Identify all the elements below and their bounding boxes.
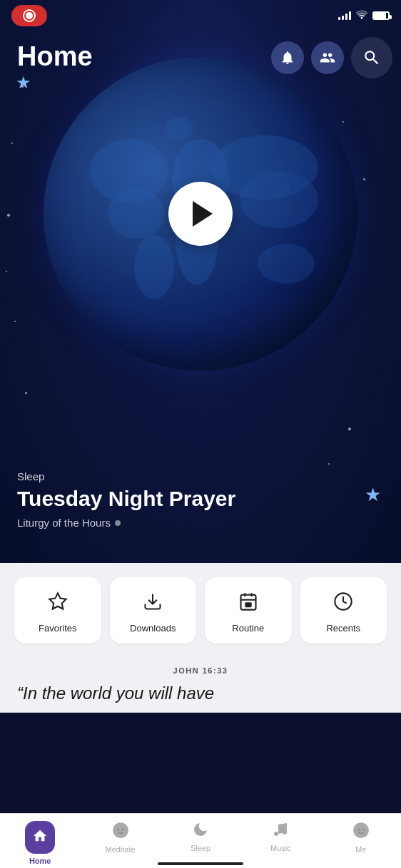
verse-reference: JOHN 16:33	[17, 666, 384, 675]
title-star-icon: ★	[16, 73, 31, 93]
status-bar	[0, 0, 401, 31]
home-icon	[25, 821, 55, 854]
record-button[interactable]	[11, 5, 47, 26]
quick-access-section: Favorites Downloads Routine	[0, 563, 401, 652]
svg-point-18	[117, 829, 119, 831]
nav-sleep-label: Sleep	[191, 844, 210, 852]
recents-icon	[333, 591, 353, 614]
nav-music[interactable]: Music	[259, 821, 302, 852]
status-right	[338, 9, 390, 22]
nav-me[interactable]: Me	[340, 821, 382, 854]
downloads-label: Downloads	[130, 623, 176, 634]
svg-point-17	[113, 822, 128, 838]
signal-bars-icon	[338, 11, 351, 20]
svg-point-19	[122, 829, 124, 831]
svg-point-5	[108, 189, 165, 239]
hero-section: Home ★	[0, 0, 401, 563]
svg-point-24	[362, 829, 365, 831]
wifi-icon	[355, 9, 368, 22]
svg-point-21	[283, 830, 287, 835]
globe-visual	[44, 57, 357, 371]
svg-point-20	[274, 832, 278, 836]
nav-home[interactable]: Home	[19, 821, 61, 865]
dot-indicator	[115, 520, 121, 526]
group-button[interactable]	[311, 41, 344, 74]
svg-marker-9	[49, 593, 66, 609]
downloads-button[interactable]: Downloads	[110, 577, 197, 644]
bottom-navigation: Home Meditate Sleep Music	[0, 813, 401, 868]
status-left	[11, 5, 47, 26]
recents-button[interactable]: Recents	[300, 577, 387, 644]
battery-icon	[372, 11, 390, 20]
recents-label: Recents	[326, 623, 360, 634]
favorites-button[interactable]: Favorites	[14, 577, 101, 644]
content-category: Sleep	[17, 470, 235, 482]
meditate-icon	[111, 821, 130, 842]
nav-sleep[interactable]: Sleep	[179, 821, 222, 852]
content-title: Tuesday Night Prayer	[17, 487, 235, 511]
search-button[interactable]	[351, 37, 392, 78]
music-icon	[272, 821, 289, 841]
header-icons	[271, 37, 392, 78]
svg-point-8	[165, 117, 193, 140]
downloads-icon	[143, 591, 163, 614]
notification-button[interactable]	[271, 41, 304, 74]
verse-text: “In the world you will have	[17, 682, 384, 704]
record-ring-icon	[23, 9, 36, 22]
play-triangle-icon	[193, 201, 213, 227]
nav-meditate[interactable]: Meditate	[99, 821, 142, 854]
sleep-icon	[192, 821, 209, 841]
svg-point-7	[258, 244, 315, 284]
page-title: Home	[17, 41, 93, 72]
favorites-icon	[48, 591, 68, 614]
bottom-star-icon: ★	[365, 484, 381, 506]
svg-rect-15	[245, 602, 251, 607]
svg-point-22	[353, 822, 369, 838]
nav-meditate-label: Meditate	[105, 845, 135, 854]
record-dot-icon	[26, 12, 33, 19]
nav-music-label: Music	[270, 844, 291, 852]
content-subtitle: Liturgy of the Hours	[17, 517, 235, 529]
play-button[interactable]	[168, 182, 233, 246]
svg-point-3	[240, 171, 318, 228]
nav-me-label: Me	[355, 845, 366, 854]
favorites-label: Favorites	[39, 623, 76, 634]
routine-icon	[238, 591, 258, 614]
routine-label: Routine	[232, 623, 264, 634]
routine-button[interactable]: Routine	[205, 577, 292, 644]
hero-content-info: Sleep Tuesday Night Prayer Liturgy of th…	[17, 470, 235, 529]
home-indicator	[158, 862, 243, 865]
verse-section: JOHN 16:33 “In the world you will have	[0, 652, 401, 713]
svg-point-23	[357, 829, 360, 831]
svg-point-6	[134, 235, 174, 299]
nav-home-label: Home	[29, 857, 51, 865]
me-icon	[352, 821, 370, 842]
